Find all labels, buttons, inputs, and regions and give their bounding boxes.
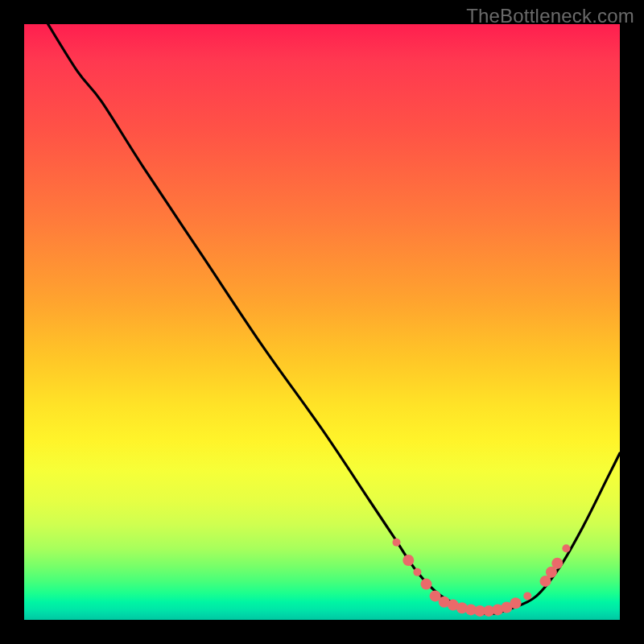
watermark-text: TheBottleneck.com bbox=[466, 5, 634, 27]
highlight-dot bbox=[413, 568, 421, 576]
plot-area bbox=[24, 24, 620, 620]
highlight-dot bbox=[551, 558, 563, 569]
highlight-dots bbox=[393, 539, 571, 617]
highlight-dot bbox=[523, 592, 531, 600]
highlight-dot bbox=[421, 579, 432, 590]
highlight-dot bbox=[402, 555, 414, 566]
highlight-dot bbox=[562, 544, 570, 552]
chart-overlay bbox=[24, 24, 620, 620]
bottleneck-curve bbox=[48, 24, 620, 614]
highlight-dot bbox=[510, 597, 522, 609]
highlight-dot bbox=[393, 539, 401, 547]
chart-frame: TheBottleneck.com bbox=[0, 0, 644, 644]
